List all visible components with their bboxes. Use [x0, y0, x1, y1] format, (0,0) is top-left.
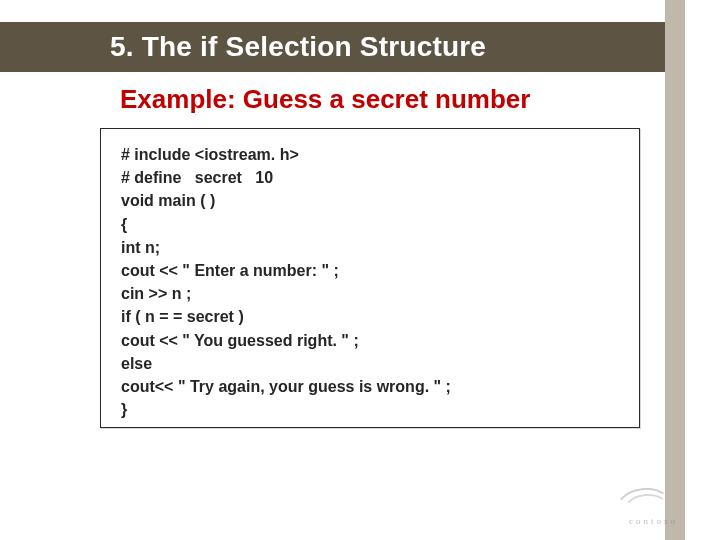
code-line: if ( n = = secret )	[121, 305, 621, 328]
code-line: }	[121, 398, 621, 421]
code-line: # define secret 10	[121, 166, 621, 189]
code-line: cout << " Enter a number: " ;	[121, 259, 621, 282]
code-line: int n;	[121, 236, 621, 259]
code-line: {	[121, 213, 621, 236]
title-bar: 5. The if Selection Structure	[0, 22, 665, 72]
code-line: cin >> n ;	[121, 282, 621, 305]
code-box: # include <iostream. h> # define secret …	[100, 128, 640, 428]
code-line: # include <iostream. h>	[121, 143, 621, 166]
code-line: void main ( )	[121, 189, 621, 212]
decorative-right-stripe	[665, 0, 685, 540]
logo-text: contoso	[629, 516, 678, 526]
code-line: cout<< " Try again, your guess is wrong.…	[121, 375, 621, 398]
slide-title: 5. The if Selection Structure	[110, 31, 486, 63]
example-subtitle: Example: Guess a secret number	[120, 84, 530, 115]
code-line: else	[121, 352, 621, 375]
code-line: cout << " You guessed right. " ;	[121, 329, 621, 352]
contoso-logo: contoso	[588, 488, 678, 528]
